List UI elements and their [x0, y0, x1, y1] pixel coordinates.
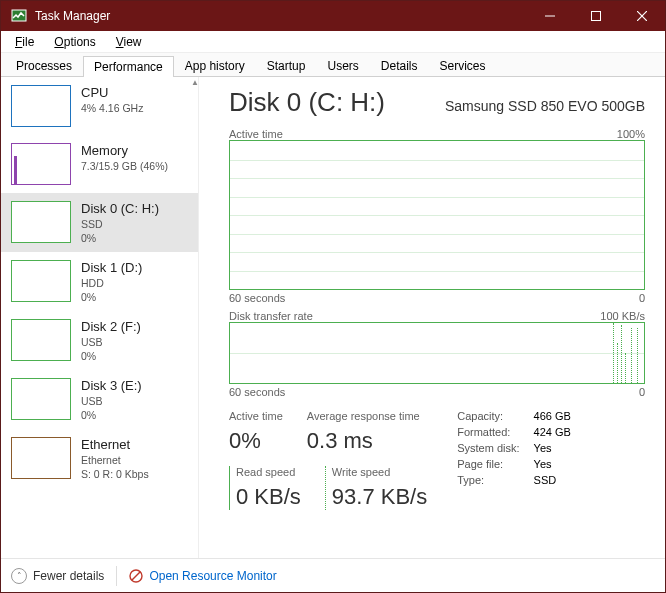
chart2-xright: 0	[639, 386, 645, 398]
menubar: File Options View	[1, 31, 665, 53]
body: ▲ CPU 4% 4.16 GHz Memory 7.3/15.9 GB (46…	[1, 77, 665, 558]
active-time-value: 0%	[229, 428, 283, 454]
disk-thumb-chart	[11, 201, 71, 243]
sidebar-item-label: Disk 1 (D:)	[81, 260, 142, 275]
scroll-up-icon[interactable]: ▲	[192, 77, 198, 87]
prop-type-k: Type:	[457, 474, 519, 486]
chart1-max: 100%	[617, 128, 645, 140]
sidebar-item-label: CPU	[81, 85, 143, 100]
chart1-xright: 0	[639, 292, 645, 304]
sidebar-item-sub: Ethernet	[81, 454, 149, 466]
prop-pagefile-k: Page file:	[457, 458, 519, 470]
titlebar: Task Manager	[1, 1, 665, 31]
footer: ˄ Fewer details Open Resource Monitor	[1, 558, 665, 592]
sidebar-item-sub: USB	[81, 336, 141, 348]
sidebar-item-label: Ethernet	[81, 437, 149, 452]
disk-thumb-chart	[11, 260, 71, 302]
cpu-thumb-chart	[11, 85, 71, 127]
sidebar-item-label: Disk 3 (E:)	[81, 378, 142, 393]
sidebar-scrollbar[interactable]: ▲	[192, 77, 198, 558]
disk-thumb-chart	[11, 319, 71, 361]
tab-performance[interactable]: Performance	[83, 56, 174, 77]
sidebar: ▲ CPU 4% 4.16 GHz Memory 7.3/15.9 GB (46…	[1, 77, 199, 558]
disk-properties: Capacity:466 GB Formatted:424 GB System …	[457, 410, 571, 510]
prop-capacity-v: 466 GB	[534, 410, 571, 422]
write-speed-label: Write speed	[332, 466, 427, 478]
menu-view[interactable]: View	[108, 33, 150, 51]
sidebar-item-disk2[interactable]: Disk 2 (F:) USB 0%	[1, 311, 198, 370]
sidebar-item-sub2: 0%	[81, 232, 159, 244]
window-title: Task Manager	[35, 9, 110, 23]
write-speed-value: 93.7 KB/s	[332, 484, 427, 510]
sidebar-item-sub: USB	[81, 395, 142, 407]
prop-systemdisk-k: System disk:	[457, 442, 519, 454]
footer-divider	[116, 566, 117, 586]
fewer-details-label: Fewer details	[33, 569, 104, 583]
sidebar-item-sub2: S: 0 R: 0 Kbps	[81, 468, 149, 480]
svg-rect-2	[592, 12, 601, 21]
tab-app-history[interactable]: App history	[174, 55, 256, 76]
sidebar-item-disk1[interactable]: Disk 1 (D:) HDD 0%	[1, 252, 198, 311]
sidebar-item-memory[interactable]: Memory 7.3/15.9 GB (46%)	[1, 135, 198, 193]
memory-thumb-chart	[11, 143, 71, 185]
prop-capacity-k: Capacity:	[457, 410, 519, 422]
read-speed-label: Read speed	[236, 466, 301, 478]
sidebar-item-disk0[interactable]: Disk 0 (C: H:) SSD 0%	[1, 193, 198, 252]
page-title: Disk 0 (C: H:)	[229, 87, 385, 118]
transfer-rate-chart[interactable]	[229, 322, 645, 384]
sidebar-item-sub: HDD	[81, 277, 142, 289]
open-resource-monitor-link[interactable]: Open Resource Monitor	[129, 569, 276, 583]
chart2-max: 100 KB/s	[600, 310, 645, 322]
app-icon	[11, 8, 27, 24]
read-speed-value: 0 KB/s	[236, 484, 301, 510]
prop-systemdisk-v: Yes	[534, 442, 571, 454]
ethernet-thumb-chart	[11, 437, 71, 479]
chart1-xleft: 60 seconds	[229, 292, 285, 304]
sidebar-item-ethernet[interactable]: Ethernet Ethernet S: 0 R: 0 Kbps	[1, 429, 198, 488]
tab-processes[interactable]: Processes	[5, 55, 83, 76]
tab-strip: Processes Performance App history Startu…	[1, 53, 665, 77]
open-resource-monitor-label: Open Resource Monitor	[149, 569, 276, 583]
tab-users[interactable]: Users	[316, 55, 369, 76]
device-model: Samsung SSD 850 EVO 500GB	[445, 98, 645, 114]
sidebar-item-label: Memory	[81, 143, 168, 158]
tab-services[interactable]: Services	[429, 55, 497, 76]
avg-response-value: 0.3 ms	[307, 428, 420, 454]
tab-startup[interactable]: Startup	[256, 55, 317, 76]
tab-details[interactable]: Details	[370, 55, 429, 76]
sidebar-item-sub2: 0%	[81, 350, 141, 362]
disk-thumb-chart	[11, 378, 71, 420]
prop-formatted-k: Formatted:	[457, 426, 519, 438]
main-panel: Disk 0 (C: H:) Samsung SSD 850 EVO 500GB…	[199, 77, 665, 558]
sidebar-item-sub: 4% 4.16 GHz	[81, 102, 143, 114]
active-time-chart[interactable]	[229, 140, 645, 290]
sidebar-item-label: Disk 0 (C: H:)	[81, 201, 159, 216]
avg-response-label: Average response time	[307, 410, 420, 422]
sidebar-item-sub: 7.3/15.9 GB (46%)	[81, 160, 168, 172]
active-time-label: Active time	[229, 410, 283, 422]
sidebar-item-sub2: 0%	[81, 291, 142, 303]
close-button[interactable]	[619, 1, 665, 31]
menu-file[interactable]: File	[7, 33, 42, 51]
sidebar-item-sub: SSD	[81, 218, 159, 230]
minimize-button[interactable]	[527, 1, 573, 31]
sidebar-item-disk3[interactable]: Disk 3 (E:) USB 0%	[1, 370, 198, 429]
menu-options[interactable]: Options	[46, 33, 103, 51]
sidebar-item-sub2: 0%	[81, 409, 142, 421]
prop-pagefile-v: Yes	[534, 458, 571, 470]
svg-line-6	[132, 572, 140, 580]
chart2-label: Disk transfer rate	[229, 310, 313, 322]
fewer-details-button[interactable]: ˄ Fewer details	[11, 568, 104, 584]
chevron-up-icon: ˄	[11, 568, 27, 584]
prop-formatted-v: 424 GB	[534, 426, 571, 438]
sidebar-item-cpu[interactable]: CPU 4% 4.16 GHz	[1, 77, 198, 135]
chart2-xleft: 60 seconds	[229, 386, 285, 398]
task-manager-window: Task Manager File Options View Processes…	[0, 0, 666, 593]
chart1-label: Active time	[229, 128, 283, 140]
resource-monitor-icon	[129, 569, 143, 583]
prop-type-v: SSD	[534, 474, 571, 486]
maximize-button[interactable]	[573, 1, 619, 31]
sidebar-item-label: Disk 2 (F:)	[81, 319, 141, 334]
